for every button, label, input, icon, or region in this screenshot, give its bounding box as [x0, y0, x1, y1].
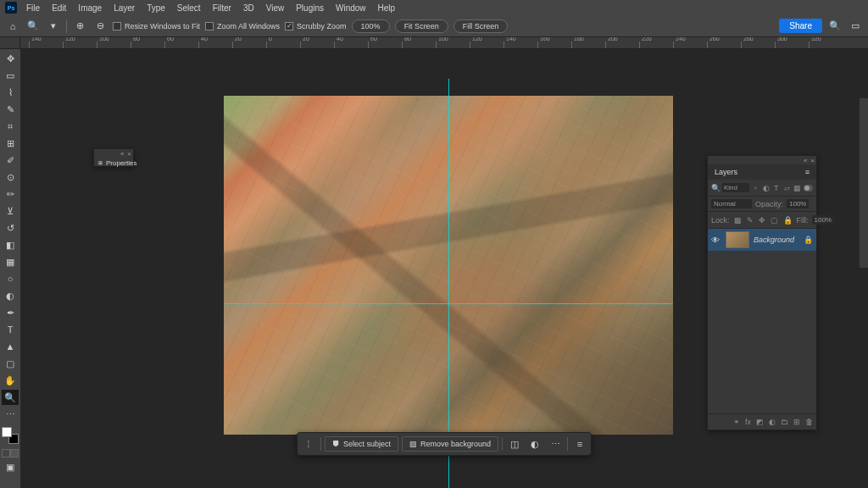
fill-value[interactable]: 100% — [812, 215, 834, 225]
resize-windows-checkbox[interactable]: Resize Windows to Fit — [113, 22, 200, 30]
adjustment-icon[interactable]: ◐ — [526, 435, 543, 452]
filter-adjust-icon[interactable]: ◐ — [761, 182, 770, 193]
eraser-tool[interactable]: ◧ — [2, 237, 19, 252]
menu-filter[interactable]: Filter — [207, 2, 237, 14]
stamp-tool[interactable]: ⊻ — [2, 203, 19, 219]
crop-tool[interactable]: ⌗ — [2, 119, 19, 134]
blur-tool[interactable]: ○ — [2, 271, 19, 286]
group-icon[interactable]: 🗀 — [781, 418, 788, 426]
type-tool[interactable]: T — [2, 322, 19, 337]
lock-artboard-icon[interactable]: ▢ — [770, 214, 779, 225]
zoom-100-button[interactable]: 100% — [352, 19, 390, 33]
lock-transparency-icon[interactable]: ▩ — [733, 214, 743, 225]
panel-menu-icon[interactable]: ≡ — [805, 168, 810, 176]
taskbar-properties-icon[interactable]: ≡ — [571, 435, 588, 452]
zoom-tool[interactable]: 🔍 — [2, 390, 19, 405]
filter-shape-icon[interactable]: ▱ — [782, 182, 791, 193]
remove-background-button[interactable]: ▧ Remove background — [402, 436, 498, 452]
menu-view[interactable]: View — [260, 2, 291, 14]
delete-layer-icon[interactable]: 🗑 — [805, 418, 813, 426]
taskbar-handle-icon[interactable]: ⦙ — [300, 435, 317, 452]
menu-type[interactable]: Type — [141, 2, 171, 14]
lock-all-icon[interactable]: 🔒 — [782, 214, 793, 225]
menu-window[interactable]: Window — [330, 2, 372, 14]
layer-row-background[interactable]: 👁 Background 🔒 — [708, 229, 816, 251]
layer-name[interactable]: Background — [754, 236, 794, 244]
filter-smart-icon[interactable]: ▦ — [793, 182, 802, 193]
menu-plugins[interactable]: Plugins — [290, 2, 330, 14]
healing-tool[interactable]: ⊙ — [2, 169, 19, 185]
horizontal-guide[interactable] — [224, 303, 673, 304]
menu-3d[interactable]: 3D — [237, 2, 260, 14]
collapse-icon[interactable]: « — [804, 157, 807, 164]
lock-image-icon[interactable]: ✎ — [746, 214, 754, 225]
history-brush-tool[interactable]: ↺ — [2, 220, 19, 236]
path-select-tool[interactable]: ▲ — [2, 339, 19, 354]
vertical-guide[interactable] — [448, 79, 449, 488]
pen-tool[interactable]: ✒ — [2, 305, 19, 320]
frame-tool[interactable]: ⊞ — [2, 136, 19, 151]
close-icon[interactable]: × — [810, 157, 815, 164]
filter-type-icon[interactable]: T — [772, 182, 781, 193]
hand-tool[interactable]: ✋ — [2, 373, 19, 388]
chevron-down-icon[interactable]: ▾ — [46, 19, 61, 34]
zoom-in-icon[interactable]: ⊕ — [72, 19, 87, 34]
blend-mode-select[interactable]: Normal — [711, 199, 752, 208]
filter-toggle[interactable] — [804, 185, 813, 191]
kind-filter-input[interactable] — [722, 183, 749, 192]
visibility-icon[interactable]: 👁 — [711, 236, 721, 245]
workspace-icon[interactable]: ▭ — [848, 19, 863, 34]
shape-tool[interactable]: ▢ — [2, 356, 19, 371]
scrubby-zoom-checkbox[interactable]: Scrubby Zoom — [285, 22, 347, 30]
lock-icon[interactable]: 🔒 — [804, 236, 813, 244]
layer-mask-icon[interactable]: ◩ — [756, 418, 764, 426]
dodge-tool[interactable]: ◐ — [2, 288, 19, 303]
menu-layer[interactable]: Layer — [108, 2, 141, 14]
screen-mode[interactable]: ▣ — [2, 459, 19, 474]
eyedropper-tool[interactable]: ✐ — [2, 152, 19, 168]
layer-style-icon[interactable]: fx — [745, 418, 751, 426]
search-icon[interactable]: 🔍 — [827, 19, 843, 34]
menu-file[interactable]: File — [20, 2, 46, 14]
more-icon[interactable]: ⋯ — [547, 435, 564, 452]
quick-mask-toggle[interactable] — [2, 449, 19, 458]
close-icon[interactable]: × — [127, 150, 131, 158]
quick-select-tool[interactable]: ✎ — [2, 102, 19, 117]
opacity-value[interactable]: 100% — [787, 199, 809, 208]
contextual-task-bar[interactable]: ⦙ ⛊ Select subject ▧ Remove background ◫… — [297, 432, 592, 456]
edit-toolbar[interactable]: ⋯ — [2, 407, 19, 422]
right-panel-strip[interactable] — [860, 98, 868, 268]
move-tool[interactable]: ✥ — [2, 51, 19, 66]
zoom-tool-icon[interactable]: 🔍 — [25, 19, 41, 34]
filter-pixel-icon[interactable]: ▫ — [751, 182, 760, 193]
properties-tab-label[interactable]: Properties — [106, 159, 136, 167]
select-subject-button[interactable]: ⛊ Select subject — [325, 436, 398, 452]
share-button[interactable]: Share — [779, 19, 822, 33]
marquee-tool[interactable]: ▭ — [2, 68, 19, 83]
zoom-all-checkbox[interactable]: Zoom All Windows — [205, 22, 280, 30]
lasso-tool[interactable]: ⌇ — [2, 85, 19, 100]
layer-thumbnail[interactable] — [726, 231, 749, 248]
foreground-color[interactable] — [2, 427, 12, 437]
menu-select[interactable]: Select — [171, 2, 207, 14]
menu-image[interactable]: Image — [72, 2, 108, 14]
gradient-tool[interactable]: ▦ — [2, 254, 19, 269]
adjustment-layer-icon[interactable]: ◐ — [769, 418, 776, 426]
fit-screen-button[interactable]: Fit Screen — [395, 19, 448, 33]
link-layers-icon[interactable]: ⚭ — [733, 418, 740, 426]
properties-panel[interactable]: « × ≋ Properties — [93, 148, 134, 167]
menu-help[interactable]: Help — [372, 2, 402, 14]
zoom-out-icon[interactable]: ⊖ — [92, 19, 108, 34]
collapse-icon[interactable]: « — [120, 150, 124, 158]
horizontal-ruler[interactable]: 1401201008060402002040608010012014016018… — [20, 37, 868, 49]
layers-tab[interactable]: Layers ≡ — [708, 164, 816, 180]
lock-position-icon[interactable]: ✥ — [758, 214, 766, 225]
brush-tool[interactable]: ✏ — [2, 186, 19, 202]
home-icon[interactable]: ⌂ — [5, 19, 20, 34]
transform-icon[interactable]: ◫ — [506, 435, 523, 452]
canvas-area[interactable]: « × ≋ Properties « × Layers ≡ 🔍 ▫ ◐ T ▱ … — [20, 49, 868, 488]
fill-screen-button[interactable]: Fill Screen — [453, 19, 509, 33]
color-swatches[interactable] — [2, 427, 19, 444]
menu-edit[interactable]: Edit — [46, 2, 72, 14]
new-layer-icon[interactable]: ⊞ — [793, 418, 800, 426]
